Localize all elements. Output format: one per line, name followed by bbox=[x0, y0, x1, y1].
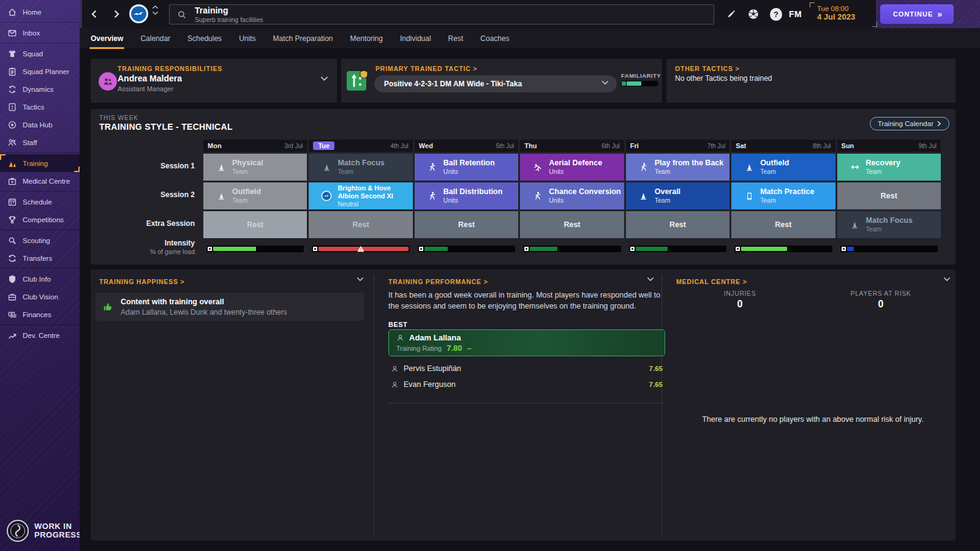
back-button[interactable] bbox=[88, 8, 100, 20]
familiarity-fill bbox=[627, 81, 641, 86]
injuries-label: INJURIES bbox=[697, 290, 783, 297]
walking-player-icon bbox=[427, 162, 438, 172]
sidebar-item-staff[interactable]: Staff bbox=[0, 133, 80, 151]
tab-coaches[interactable]: Coaches bbox=[480, 34, 509, 43]
rest-cell-mon-extra[interactable]: Rest bbox=[203, 211, 307, 238]
sidebar-item-finances[interactable]: Finances bbox=[0, 305, 80, 323]
tab-individual[interactable]: Individual bbox=[400, 34, 431, 43]
performance-row[interactable]: Pervis Estupiñán 7.65 bbox=[388, 361, 665, 376]
rest-cell-sun-2[interactable]: Rest bbox=[837, 182, 941, 209]
row-label-intensity-sub: % of game load bbox=[91, 248, 195, 255]
edit-button[interactable] bbox=[725, 8, 737, 20]
tab-schedules[interactable]: Schedules bbox=[187, 34, 222, 43]
sidebar-item-squad-planner[interactable]: Squad Planner bbox=[0, 62, 80, 80]
club-badge-brighton[interactable] bbox=[129, 4, 149, 24]
load-icon bbox=[419, 247, 423, 251]
sidebar-item-label: Competitions bbox=[23, 216, 64, 223]
player-avatar-icon bbox=[391, 365, 399, 373]
chevron-up-icon bbox=[152, 6, 159, 9]
training-calendar-button[interactable]: Training Calendar bbox=[870, 117, 949, 130]
rest-cell-fri-extra[interactable]: Rest bbox=[626, 211, 729, 238]
sidebar-item-scouting[interactable]: Scouting bbox=[0, 231, 80, 249]
session-cell-sat-2[interactable]: Match PracticeTeam bbox=[731, 182, 835, 209]
session-cell-thu-1[interactable]: Aerial DefenceUnits bbox=[520, 154, 624, 181]
sidebar-separator bbox=[0, 22, 80, 23]
session-cell-mon-1[interactable]: PhysicalTeam bbox=[203, 154, 307, 181]
responsible-staff-role: Assistant Manager bbox=[118, 85, 173, 92]
tab-units[interactable]: Units bbox=[239, 34, 255, 43]
session-cell-wed-2[interactable]: Ball DistributionUnits bbox=[415, 182, 518, 209]
forward-button[interactable] bbox=[110, 8, 123, 20]
walking-player-icon bbox=[427, 191, 438, 201]
chevron-down-icon[interactable] bbox=[356, 277, 364, 282]
sidebar-item-dynamics[interactable]: Dynamics bbox=[0, 80, 80, 98]
rest-cell-tue-extra[interactable]: Rest bbox=[309, 211, 412, 238]
continue-button[interactable]: CONTINUE» bbox=[880, 4, 954, 24]
player-avatar-icon bbox=[396, 334, 404, 342]
session-cell-wed-1[interactable]: Ball RetentionUnits bbox=[415, 154, 518, 181]
home-icon bbox=[7, 7, 17, 17]
tactic-dropdown[interactable]: Positive 4-2-3-1 DM AM Wide - Tiki-Taka bbox=[374, 75, 617, 92]
session-cell-fri-1[interactable]: Play from the BackTeam bbox=[626, 154, 729, 181]
vertical-divider bbox=[374, 276, 374, 534]
tab-bar: Overview Calendar Schedules Units Match … bbox=[80, 28, 980, 49]
best-label: BEST bbox=[388, 321, 407, 328]
sidebar-item-label: Medical Centre bbox=[23, 178, 70, 185]
sidebar-item-medical-centre[interactable]: Medical Centre bbox=[0, 172, 80, 190]
sidebar-item-club-vision[interactable]: Club Vision bbox=[0, 288, 80, 305]
session-cell-thu-2[interactable]: Chance ConversionUnits bbox=[520, 182, 624, 209]
sidebar-item-data-hub[interactable]: Data Hub bbox=[0, 116, 80, 133]
session-cell-tue-1[interactable]: Match FocusTeam bbox=[309, 154, 412, 181]
injuries-stat: INJURIES 0 bbox=[697, 290, 783, 310]
trophy-icon bbox=[7, 215, 17, 225]
sidebar-item-squad[interactable]: Squad bbox=[0, 45, 80, 62]
continue-chevron-icon: » bbox=[937, 9, 941, 19]
tab-match-preparation[interactable]: Match Preparation bbox=[273, 34, 333, 43]
sidebar-item-schedule[interactable]: Schedule bbox=[0, 193, 80, 211]
row-label-extra-session: Extra Session bbox=[91, 219, 195, 228]
rest-cell-sat-extra[interactable]: Rest bbox=[731, 211, 835, 238]
player-rating: 7.65 bbox=[649, 365, 663, 372]
players-at-risk-stat: PLAYERS AT RISK 0 bbox=[832, 290, 930, 310]
load-icon bbox=[842, 247, 846, 251]
other-tactics-heading: OTHER TACTICS > bbox=[675, 65, 739, 72]
search-box[interactable]: Training Superb training facilities bbox=[169, 4, 714, 24]
match-cell-tue[interactable]: Brighton & Hove Albion Second XINeutral bbox=[309, 182, 412, 209]
world-football-button[interactable] bbox=[747, 8, 760, 20]
session-cell-sun-extra[interactable]: Match FocusTeam bbox=[837, 211, 941, 238]
rest-cell-wed-extra[interactable]: Rest bbox=[415, 211, 518, 238]
rest-cell-thu-extra[interactable]: Rest bbox=[520, 211, 624, 238]
sidebar-item-tactics[interactable]: Tactics bbox=[0, 98, 80, 116]
best-player-card[interactable]: Adam Lallana Training Rating 7.80 – bbox=[388, 329, 665, 356]
session-cell-sun-1[interactable]: RecoveryTeam bbox=[837, 154, 941, 181]
session-cell-mon-2[interactable]: OutfieldTeam bbox=[203, 182, 307, 209]
sidebar-item-competitions[interactable]: Competitions bbox=[0, 211, 80, 228]
sidebar-item-inbox[interactable]: Inbox bbox=[0, 24, 80, 42]
row-label-intensity: Intensity bbox=[91, 239, 195, 247]
sidebar-item-transfers[interactable]: Transfers bbox=[0, 249, 80, 267]
sidebar-item-training[interactable]: Training bbox=[0, 154, 80, 172]
rating-trend-icon: – bbox=[467, 343, 472, 353]
sidebar-item-label: Club Vision bbox=[23, 293, 58, 301]
sidebar-item-home[interactable]: Home bbox=[0, 3, 80, 21]
chevron-down-icon[interactable] bbox=[943, 277, 951, 282]
tab-mentoring[interactable]: Mentoring bbox=[350, 34, 383, 43]
session-cell-fri-2[interactable]: OverallTeam bbox=[626, 182, 729, 209]
page-subtitle: Superb training facilities bbox=[195, 16, 263, 23]
chevron-down-icon[interactable] bbox=[647, 277, 654, 282]
sidebar-item-club-info[interactable]: Club Info bbox=[0, 270, 80, 288]
training-responsibilities-panel[interactable]: TRAINING RESPONSIBILITIES Andrea Maldera… bbox=[91, 59, 337, 103]
tab-rest[interactable]: Rest bbox=[448, 34, 464, 43]
performance-row[interactable]: Evan Ferguson 7.65 bbox=[388, 377, 665, 392]
intensity-sat bbox=[731, 242, 835, 255]
sidebar-item-dev-centre[interactable]: Dev. Centre bbox=[0, 326, 80, 344]
tactics-board-icon bbox=[7, 102, 17, 112]
tab-calendar[interactable]: Calendar bbox=[140, 34, 170, 43]
help-button[interactable]: ? bbox=[770, 8, 782, 20]
happiness-item[interactable]: Content with training overall Adam Lalla… bbox=[96, 293, 364, 321]
session-cell-sat-1[interactable]: OutfieldTeam bbox=[731, 154, 835, 181]
training-performance-heading: TRAINING PERFORMANCE > bbox=[388, 278, 488, 285]
tab-overview[interactable]: Overview bbox=[91, 34, 123, 43]
club-switcher[interactable] bbox=[152, 6, 159, 15]
sidebar-separator bbox=[0, 268, 80, 269]
